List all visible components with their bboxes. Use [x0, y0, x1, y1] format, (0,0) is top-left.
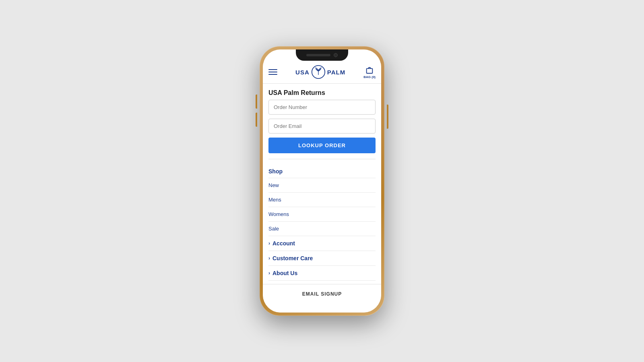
section-divider	[268, 159, 376, 159]
power-button	[387, 105, 388, 129]
hamburger-menu-button[interactable]	[268, 69, 277, 75]
lookup-order-button[interactable]: LOOKUP ORDER	[268, 138, 376, 153]
order-number-input[interactable]	[268, 100, 376, 115]
chevron-right-icon: ›	[268, 241, 270, 246]
hamburger-line-1	[268, 69, 277, 70]
footer: EMAIL SIGNUP	[263, 284, 381, 303]
chevron-right-icon: ›	[268, 270, 270, 276]
hamburger-line-3	[268, 74, 277, 75]
screen-content: USA PALM	[263, 49, 381, 313]
logo-text-palm: PALM	[327, 69, 345, 76]
volume-up-button	[256, 95, 257, 109]
logo-icon	[311, 65, 326, 79]
phone-frame: USA PALM	[260, 46, 384, 316]
nav-item-account[interactable]: › Account	[268, 236, 376, 251]
phone-screen: USA PALM	[263, 49, 381, 313]
nav-item-customer-care[interactable]: › Customer Care	[268, 251, 376, 266]
logo-text-usa: USA	[295, 69, 310, 76]
nav-item-about-us[interactable]: › About Us	[268, 266, 376, 281]
bag-button[interactable]: BAG (0)	[363, 66, 376, 79]
hamburger-line-2	[268, 72, 277, 72]
bag-icon	[365, 66, 374, 74]
email-signup-button[interactable]: EMAIL SIGNUP	[302, 291, 342, 297]
shop-category-label: Shop	[268, 165, 376, 178]
chevron-right-icon: ›	[268, 255, 270, 261]
nav-item-about-us-label: About Us	[272, 270, 297, 276]
nav-item-mens[interactable]: Mens	[268, 193, 376, 207]
nav-item-customer-care-label: Customer Care	[272, 255, 313, 261]
nav-item-account-label: Account	[272, 240, 295, 247]
page-title: USA Palm Returns	[263, 84, 381, 100]
camera	[334, 53, 338, 57]
nav-item-sale[interactable]: Sale	[268, 222, 376, 236]
nav-item-new[interactable]: New	[268, 178, 376, 193]
nav-item-womens[interactable]: Womens	[268, 207, 376, 222]
svg-rect-2	[367, 68, 373, 73]
nav-item-womens-label: Womens	[268, 211, 289, 217]
bag-label: BAG (0)	[363, 75, 376, 79]
order-email-input[interactable]	[268, 119, 376, 134]
nav-item-sale-label: Sale	[268, 226, 279, 232]
nav-item-new-label: New	[268, 182, 279, 188]
returns-form: LOOKUP ORDER	[263, 100, 381, 159]
speaker	[306, 54, 330, 56]
nav-item-mens-label: Mens	[268, 197, 281, 203]
logo[interactable]: USA PALM	[295, 65, 345, 79]
volume-down-button	[256, 113, 257, 127]
app-header: USA PALM	[263, 61, 381, 84]
phone-notch	[296, 49, 348, 61]
nav-menu: Shop New Mens Womens Sale › Account	[263, 165, 381, 281]
